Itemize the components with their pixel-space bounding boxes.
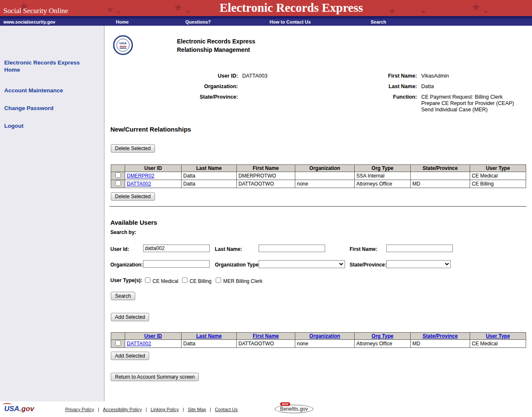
- user-id-link[interactable]: DMERPR02: [127, 173, 154, 179]
- col-state-province: State/Province: [411, 333, 470, 340]
- checkbox-cell: [111, 180, 125, 188]
- cell-org-type: Attorneys Office: [355, 340, 411, 348]
- table-row: DATTA002 Datta DATTAOOTWO none Attorneys…: [111, 180, 526, 188]
- footer-link-accessibility-policy[interactable]: Accessibility Policy: [103, 407, 142, 412]
- col-org-type: Org Type: [355, 165, 411, 172]
- cell-last-name: Datta: [182, 172, 237, 180]
- user-id-link[interactable]: DATTA002: [127, 341, 151, 347]
- body: Electronic Records Express Home Account …: [0, 26, 532, 401]
- nav-contact[interactable]: How to Contact Us: [270, 19, 311, 24]
- col-last-name: Last Name: [182, 333, 237, 340]
- ce-medical-checkbox[interactable]: [145, 277, 150, 283]
- nav-search[interactable]: Search: [371, 19, 386, 24]
- checkbox-column-header: [111, 165, 125, 172]
- nav-home[interactable]: Home: [116, 19, 129, 24]
- delete-selected-button-bottom[interactable]: Delete Selected: [111, 192, 155, 201]
- row-select-checkbox[interactable]: [115, 340, 121, 346]
- top-navbar: www.socialsecurity.gov Home Questions? H…: [0, 19, 532, 26]
- page-title-line1: Electronic Records Express: [177, 37, 255, 46]
- row-select-checkbox[interactable]: [115, 172, 121, 178]
- first-name-label: First Name:: [357, 73, 417, 79]
- sidebar-item-account-maintenance[interactable]: Account Maintenance: [4, 87, 96, 94]
- page-title-line2: Relationship Management: [177, 46, 255, 54]
- available-users-heading: Available Users: [110, 219, 157, 226]
- sort-user-type-link[interactable]: User Type: [486, 333, 510, 339]
- cell-user-type: CE Medical: [470, 340, 526, 348]
- separator: |: [183, 407, 184, 412]
- organization-type-select[interactable]: [259, 260, 345, 268]
- organization-input[interactable]: [143, 260, 210, 268]
- col-organization: Organization: [295, 333, 355, 340]
- relationships-heading: New/Current Relationships: [110, 126, 191, 133]
- usa-gov-logo[interactable]: USA.gov: [4, 405, 34, 413]
- sort-last-name-link[interactable]: Last Name: [196, 333, 222, 339]
- footer-links: Privacy Policy|Accessibility Policy|Link…: [65, 407, 238, 412]
- sort-user-id-link[interactable]: User ID: [144, 333, 162, 339]
- separator: |: [210, 407, 211, 412]
- col-user-id: User ID: [125, 333, 182, 340]
- sidebar: Electronic Records Express Home Account …: [0, 26, 104, 401]
- row-select-checkbox[interactable]: [115, 180, 121, 186]
- sidebar-item-logout[interactable]: Logout: [4, 122, 96, 129]
- user-id-link[interactable]: DATTA002: [127, 181, 151, 187]
- user-types-label: User Type(s):: [110, 277, 142, 283]
- flag-swoosh-icon: [3, 403, 12, 406]
- nav-questions[interactable]: Questions?: [185, 19, 211, 24]
- benefits-gov-logo[interactable]: GOVBenefits.gov: [275, 405, 313, 413]
- table-header-row: User ID Last Name First Name Organizatio…: [111, 165, 526, 172]
- last-name-value: Datta: [421, 83, 434, 90]
- user-id-field-label: User Id:: [110, 246, 129, 252]
- search-button[interactable]: Search: [111, 292, 135, 300]
- add-selected-button-top[interactable]: Add Selected: [111, 313, 149, 321]
- col-org-type: Org Type: [355, 333, 411, 340]
- page: ★ ★ ★ ★ ★ ★ ★ ★ ★ Electronic Records Exp…: [0, 0, 532, 417]
- separator: |: [146, 407, 147, 412]
- last-name-field-label: Last Name:: [215, 246, 242, 252]
- sidebar-item-ere-home[interactable]: Electronic Records Express Home: [4, 59, 96, 73]
- delete-selected-button-top[interactable]: Delete Selected: [111, 144, 155, 153]
- cell-last-name: Datta: [182, 340, 237, 348]
- last-name-input[interactable]: [259, 245, 325, 252]
- footer-link-privacy-policy[interactable]: Privacy Policy: [65, 407, 94, 412]
- relationships-table: User ID Last Name First Name Organizatio…: [111, 164, 526, 188]
- ce-billing-checkbox[interactable]: [182, 277, 187, 283]
- function-value-list: CE Payment Request: Billing Clerk Prepar…: [421, 94, 514, 113]
- sort-state-province-link[interactable]: State/Province: [422, 333, 457, 339]
- add-selected-button-bottom[interactable]: Add Selected: [111, 352, 149, 360]
- return-to-account-summary-button[interactable]: Return to Account Summary screen: [111, 373, 199, 381]
- function-label: Function:: [357, 94, 417, 100]
- mer-billing-clerk-checkbox[interactable]: [216, 277, 221, 283]
- col-organization: Organization: [295, 165, 355, 172]
- col-first-name: First Name: [237, 165, 295, 172]
- footer-link-contact-us[interactable]: Contact Us: [215, 407, 238, 412]
- checkbox-cell: [111, 340, 125, 348]
- checkbox-column-header: [111, 333, 125, 340]
- sort-org-type-link[interactable]: Org Type: [372, 333, 393, 339]
- top-banner: ★ ★ ★ ★ ★ ★ ★ ★ ★ Electronic Records Exp…: [0, 0, 532, 16]
- checkbox-cell: [111, 172, 125, 180]
- main-content: USA Electronic Records Express Relations…: [104, 26, 532, 401]
- sort-first-name-link[interactable]: First Name: [253, 333, 279, 339]
- footer-link-site-map[interactable]: Site Map: [188, 407, 206, 412]
- available-users-table: User ID Last Name First Name Organizatio…: [111, 332, 526, 348]
- cell-org-type: Attorneys Office: [355, 180, 411, 188]
- footer: USA.gov Privacy Policy|Accessibility Pol…: [0, 401, 532, 417]
- table-row: DMERPR02 Datta DMERPROTWO SSA Internal C…: [111, 172, 526, 180]
- col-state-province: State/Province: [411, 165, 470, 172]
- cell-first-name: DATTAOOTWO: [237, 180, 295, 188]
- ssa-seal-logo: USA: [113, 35, 133, 55]
- function-value: Send Individual Case (MER): [421, 107, 514, 113]
- state-province-select[interactable]: [386, 260, 451, 268]
- footer-link-linking-policy[interactable]: Linking Policy: [151, 407, 179, 412]
- cell-organization: [295, 172, 355, 180]
- organization-field-label: Organization:: [110, 262, 143, 268]
- sort-organization-link[interactable]: Organization: [309, 333, 340, 339]
- user-id-input[interactable]: [143, 245, 210, 252]
- first-name-input[interactable]: [386, 245, 453, 252]
- mer-billing-clerk-label: MER Billing Clerk: [223, 278, 262, 284]
- cell-org-type: SSA Internal: [355, 172, 411, 180]
- cell-first-name: DMERPROTWO: [237, 172, 295, 180]
- cell-state-province: [411, 172, 470, 180]
- sidebar-item-change-password[interactable]: Change Password: [4, 105, 96, 112]
- section-divider: [110, 206, 527, 207]
